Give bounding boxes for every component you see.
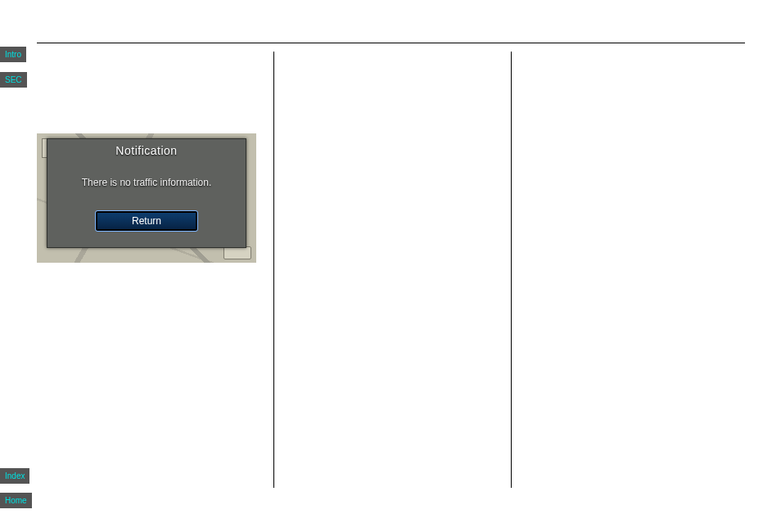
tab-sec[interactable]: SEC xyxy=(0,72,27,88)
column-divider-1 xyxy=(273,52,274,488)
return-button[interactable]: Return xyxy=(96,211,197,231)
top-divider xyxy=(37,43,745,43)
tab-index[interactable]: Index xyxy=(0,468,29,484)
column-divider-2 xyxy=(511,52,512,488)
tab-home[interactable]: Home xyxy=(0,493,32,508)
notification-dialog: Notification There is no traffic informa… xyxy=(47,138,246,248)
dialog-message: There is no traffic information. xyxy=(82,177,212,188)
tab-intro[interactable]: Intro xyxy=(0,47,26,62)
dialog-title: Notification xyxy=(115,144,177,157)
nav-screenshot: Notification There is no traffic informa… xyxy=(37,133,256,263)
